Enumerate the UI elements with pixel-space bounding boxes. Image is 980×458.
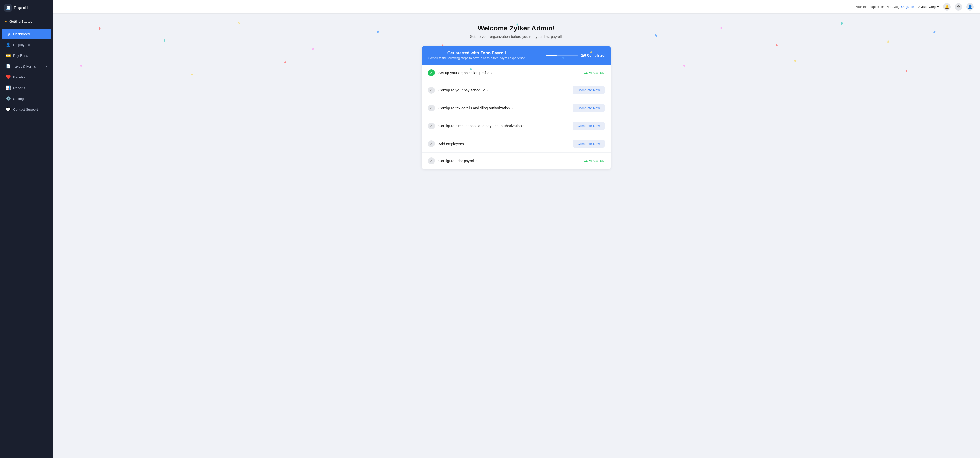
settings-icon: ⚙️ bbox=[6, 96, 11, 101]
sidebar-item-label: Dashboard bbox=[13, 32, 30, 36]
confetti-piece bbox=[794, 60, 797, 62]
confetti-piece bbox=[284, 61, 286, 63]
step-check-icon: ✓ bbox=[428, 140, 435, 147]
sidebar-item-label: Taxes & Forms bbox=[13, 64, 36, 68]
confetti-piece bbox=[164, 39, 165, 41]
sidebar-item-settings[interactable]: ⚙️ Settings bbox=[2, 93, 51, 104]
setup-subtitle: Complete the following steps to have a h… bbox=[428, 56, 525, 60]
step-tax-details: ✓ Configure tax details and filing autho… bbox=[422, 99, 611, 117]
complete-now-pay-schedule-button[interactable]: Complete Now bbox=[573, 86, 605, 94]
step-chevron-icon: › bbox=[491, 71, 492, 75]
step-label[interactable]: Configure direct deposit and payment aut… bbox=[439, 124, 525, 128]
step-chevron-icon: › bbox=[465, 142, 466, 146]
step-check-icon: ✓ bbox=[428, 69, 435, 76]
step-check-icon: ✓ bbox=[428, 87, 435, 94]
dashboard-icon: ◎ bbox=[6, 32, 11, 36]
main-content: Your trial expires in 14 day(s). Upgrade… bbox=[52, 0, 980, 458]
complete-now-tax-details-button[interactable]: Complete Now bbox=[573, 104, 605, 112]
setup-header-right: 2/6 Completed bbox=[546, 53, 605, 57]
getting-started-label: Getting Started bbox=[10, 19, 32, 24]
confetti-piece bbox=[683, 64, 685, 67]
sidebar-item-label: Pay Runs bbox=[13, 54, 28, 57]
step-check-icon: ✓ bbox=[428, 122, 435, 129]
progress-label: 2/6 Completed bbox=[581, 53, 605, 57]
org-chevron-icon: ▾ bbox=[937, 5, 939, 9]
reports-icon: 📊 bbox=[6, 86, 11, 90]
step-label[interactable]: Set up your organization profile › bbox=[439, 71, 492, 75]
sidebar-item-taxes-forms[interactable]: 📄 Taxes & Forms › bbox=[2, 61, 51, 72]
benefits-icon: ❤️ bbox=[6, 75, 11, 80]
sidebar-item-dashboard[interactable]: ◎ Dashboard bbox=[2, 29, 51, 39]
sidebar-item-contact-support[interactable]: 💬 Contact Support bbox=[2, 104, 51, 114]
progress-bar-fill bbox=[546, 55, 557, 56]
step-status-completed: COMPLETED bbox=[584, 71, 605, 75]
confetti-piece bbox=[887, 40, 889, 43]
dashboard-content: Welcome Zylker Admin! Set up your organi… bbox=[52, 14, 980, 458]
sidebar-item-benefits[interactable]: ❤️ Benefits bbox=[2, 72, 51, 82]
complete-now-direct-deposit-button[interactable]: Complete Now bbox=[573, 122, 605, 130]
confetti-piece bbox=[191, 74, 194, 75]
step-add-employees: ✓ Add employees › Complete Now bbox=[422, 135, 611, 153]
getting-started-arrow: › bbox=[47, 19, 48, 23]
sidebar-item-pay-runs[interactable]: 💳 Pay Runs bbox=[2, 50, 51, 61]
sidebar-item-label: Benefits bbox=[13, 75, 25, 79]
confetti-piece bbox=[775, 44, 778, 46]
welcome-title: Welcome Zylker Admin! bbox=[58, 24, 975, 32]
step-chevron-icon: › bbox=[512, 106, 512, 110]
sidebar-nav: ◎ Dashboard 👤 Employees 💳 Pay Runs 📄 Tax… bbox=[0, 29, 52, 115]
getting-started-progress-track bbox=[4, 27, 48, 27]
app-logo: 🧾 Payroll bbox=[0, 0, 52, 16]
sidebar-item-label: Reports bbox=[13, 86, 25, 90]
step-status-completed: COMPLETED bbox=[584, 159, 605, 163]
progress-bar-track bbox=[546, 55, 578, 56]
step-check-icon: ✓ bbox=[428, 105, 435, 111]
step-check-icon: ✓ bbox=[428, 157, 435, 164]
step-chevron-icon: › bbox=[487, 88, 488, 92]
taxes-forms-icon: 📄 bbox=[6, 64, 11, 68]
step-left: ✓ Set up your organization profile › bbox=[428, 69, 581, 76]
contact-support-icon: 💬 bbox=[6, 107, 11, 112]
getting-started-item[interactable]: ✦ Getting Started › bbox=[0, 16, 52, 27]
getting-started-progress-fill bbox=[4, 27, 19, 27]
logo-icon: 🧾 bbox=[4, 4, 11, 11]
settings-topbar-icon[interactable]: ⚙ bbox=[955, 3, 962, 11]
step-left: ✓ Add employees › bbox=[428, 140, 570, 147]
star-icon: ✦ bbox=[4, 19, 7, 24]
step-left: ✓ Configure direct deposit and payment a… bbox=[428, 122, 570, 129]
step-left: ✓ Configure tax details and filing autho… bbox=[428, 105, 570, 111]
upgrade-link[interactable]: Upgrade bbox=[901, 5, 914, 9]
app-name: Payroll bbox=[14, 6, 28, 10]
step-prior-payroll: ✓ Configure prior payroll › COMPLETED bbox=[422, 153, 611, 169]
step-label[interactable]: Add employees › bbox=[439, 142, 467, 146]
confetti-piece bbox=[312, 48, 313, 51]
step-chevron-icon: › bbox=[523, 124, 525, 128]
step-pay-schedule: ✓ Configure your pay schedule › Complete… bbox=[422, 81, 611, 99]
welcome-area: Welcome Zylker Admin! Set up your organi… bbox=[52, 14, 980, 185]
sidebar-item-employees[interactable]: 👤 Employees bbox=[2, 40, 51, 50]
step-left: ✓ Configure your pay schedule › bbox=[428, 87, 570, 94]
notifications-icon[interactable]: 🔔 bbox=[943, 3, 951, 11]
sidebar-item-label: Settings bbox=[13, 97, 25, 101]
topbar: Your trial expires in 14 day(s). Upgrade… bbox=[52, 0, 980, 14]
avatar[interactable]: 👤 bbox=[966, 3, 974, 11]
setup-title: Get started with Zoho Payroll bbox=[428, 51, 525, 56]
employees-icon: 👤 bbox=[6, 42, 11, 47]
step-label[interactable]: Configure tax details and filing authori… bbox=[439, 106, 512, 110]
step-chevron-icon: › bbox=[476, 159, 477, 163]
sidebar-item-label: Contact Support bbox=[13, 108, 38, 111]
setup-card: Get started with Zoho Payroll Complete t… bbox=[422, 46, 611, 169]
confetti-piece bbox=[238, 22, 240, 24]
step-label[interactable]: Configure your pay schedule › bbox=[439, 88, 488, 92]
complete-now-add-employees-button[interactable]: Complete Now bbox=[573, 140, 605, 148]
sidebar-item-reports[interactable]: 📊 Reports bbox=[2, 83, 51, 93]
sidebar: 🧾 Payroll ✦ Getting Started › ◎ Dashboar… bbox=[0, 0, 52, 458]
setup-header-left: Get started with Zoho Payroll Complete t… bbox=[428, 51, 525, 60]
step-org-profile: ✓ Set up your organization profile › COM… bbox=[422, 65, 611, 81]
org-selector[interactable]: Zylker Corp ▾ bbox=[918, 5, 939, 9]
org-name: Zylker Corp bbox=[918, 5, 936, 9]
sidebar-item-label: Employees bbox=[13, 43, 30, 47]
setup-card-header: Get started with Zoho Payroll Complete t… bbox=[422, 46, 611, 65]
step-label[interactable]: Configure prior payroll › bbox=[439, 159, 477, 163]
confetti-piece bbox=[905, 70, 907, 72]
step-direct-deposit: ✓ Configure direct deposit and payment a… bbox=[422, 117, 611, 135]
